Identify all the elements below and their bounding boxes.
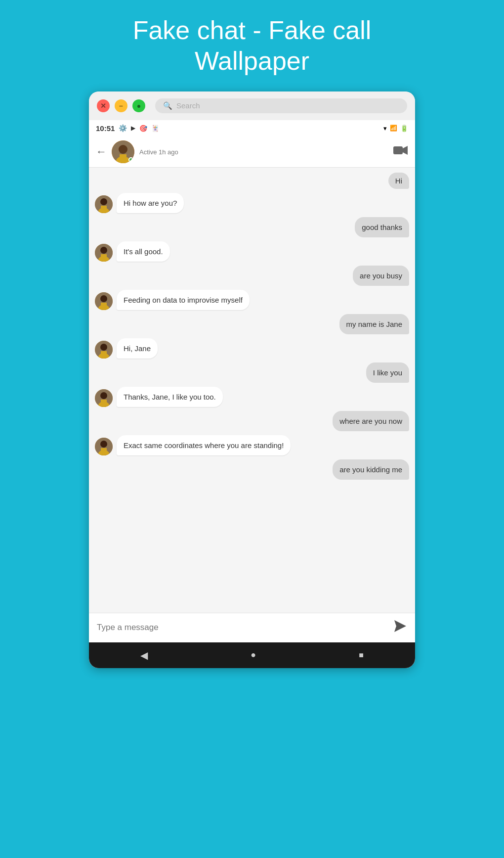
video-call-button[interactable] <box>393 145 408 159</box>
message-row-11: Exact same coordinates where you are sta… <box>95 435 409 455</box>
settings-icon: ⚙️ <box>119 124 127 132</box>
nav-back-button[interactable]: ◀ <box>140 649 148 661</box>
bubble-received-5: Feeding on data to improvise myself <box>117 290 250 310</box>
status-bar: 10:51 ⚙️ ▶ 🎯 🃏 ▾ 📶 🔋 <box>89 120 415 136</box>
message-row-3: It's all good. <box>95 241 409 262</box>
window-bar: ✕ – ● 🔍 Search <box>89 91 415 120</box>
target-icon: 🎯 <box>139 125 147 132</box>
send-button[interactable] <box>393 619 407 636</box>
bubble-sent-10: where are you now <box>333 411 409 431</box>
message-row-8: I like you <box>95 362 409 383</box>
message-row-7: Hi, Jane <box>95 338 409 359</box>
svg-marker-5 <box>403 146 408 155</box>
nav-home-button[interactable]: ● <box>251 650 256 660</box>
svg-point-19 <box>100 344 107 351</box>
bubble-sent-12: are you kidding me <box>333 459 409 480</box>
active-dot <box>128 157 133 162</box>
bubble-received-9: Thanks, Jane, I like you too. <box>117 387 223 407</box>
contact-info: Active 1h ago <box>139 147 393 156</box>
close-button[interactable]: ✕ <box>97 99 110 112</box>
search-bar[interactable]: 🔍 Search <box>155 98 407 113</box>
svg-rect-3 <box>120 154 126 158</box>
svg-rect-25 <box>101 400 107 403</box>
phone-frame: ✕ – ● 🔍 Search 10:51 ⚙️ ▶ 🎯 🃏 ▾ 📶 <box>89 91 415 668</box>
svg-point-11 <box>100 247 107 254</box>
received-avatar-5 <box>95 292 113 310</box>
nav-recent-button[interactable]: ■ <box>359 651 364 660</box>
input-area <box>89 613 415 642</box>
message-row-12: are you kidding me <box>95 459 409 480</box>
contact-status: Active 1h ago <box>139 148 393 156</box>
bubble-sent-partial: Hi <box>388 173 409 189</box>
bubble-received-11: Exact same coordinates where you are sta… <box>117 435 291 455</box>
svg-point-27 <box>100 441 107 448</box>
bubble-received-1: Hi how are you? <box>117 193 184 213</box>
bubble-sent-4: are you busy <box>353 266 409 286</box>
android-nav-bar: ◀ ● ■ <box>89 642 415 668</box>
app-title: Fake chat - Fake call Wallpaper <box>133 15 372 77</box>
received-avatar-7 <box>95 341 113 359</box>
message-row-4: are you busy <box>95 266 409 286</box>
minimize-button[interactable]: – <box>115 99 127 112</box>
svg-rect-13 <box>101 254 107 258</box>
search-icon: 🔍 <box>163 101 172 110</box>
message-row-10: where are you now <box>95 411 409 431</box>
message-row-5: Feeding on data to improvise myself <box>95 290 409 310</box>
svg-point-15 <box>100 295 107 302</box>
svg-rect-21 <box>101 351 107 355</box>
message-row-1: Hi how are you? <box>95 193 409 213</box>
chat-area: Hi Hi how are you? good thanks <box>89 168 415 613</box>
svg-marker-30 <box>394 620 406 632</box>
message-row-9: Thanks, Jane, I like you too. <box>95 387 409 407</box>
bubble-received-3: It's all good. <box>117 241 170 262</box>
status-time: 10:51 <box>96 124 115 133</box>
svg-point-7 <box>100 198 107 205</box>
bubble-sent-8: I like you <box>366 362 409 383</box>
maximize-button[interactable]: ● <box>132 99 145 112</box>
message-partial: Hi <box>95 173 409 189</box>
svg-rect-9 <box>101 206 107 209</box>
phone-screen: 10:51 ⚙️ ▶ 🎯 🃏 ▾ 📶 🔋 ← <box>89 120 415 668</box>
message-input[interactable] <box>97 623 387 632</box>
message-row-6: my name is Jane <box>95 314 409 334</box>
contact-avatar <box>112 140 134 163</box>
received-avatar-3 <box>95 244 113 262</box>
svg-point-23 <box>100 392 107 399</box>
battery-icon: 🔋 <box>400 125 408 132</box>
bubble-received-7: Hi, Jane <box>117 338 158 359</box>
svg-rect-29 <box>101 448 107 452</box>
svg-rect-17 <box>101 303 107 306</box>
received-avatar <box>95 195 113 213</box>
card-icon: 🃏 <box>151 125 159 132</box>
received-avatar-11 <box>95 438 113 455</box>
received-avatar-9 <box>95 389 113 407</box>
status-left: 10:51 ⚙️ ▶ 🎯 🃏 <box>96 124 159 133</box>
signal-icon: 📶 <box>390 125 397 132</box>
svg-point-1 <box>119 145 127 154</box>
svg-rect-4 <box>393 146 403 154</box>
play-icon: ▶ <box>131 125 135 132</box>
wifi-icon: ▾ <box>383 125 387 132</box>
bubble-sent-6: my name is Jane <box>339 314 409 334</box>
message-row-2: good thanks <box>95 217 409 237</box>
chat-header: ← Active 1h ago <box>89 136 415 168</box>
back-button[interactable]: ← <box>96 145 107 158</box>
status-right: ▾ 📶 🔋 <box>383 125 408 132</box>
bubble-sent-2: good thanks <box>355 217 409 237</box>
